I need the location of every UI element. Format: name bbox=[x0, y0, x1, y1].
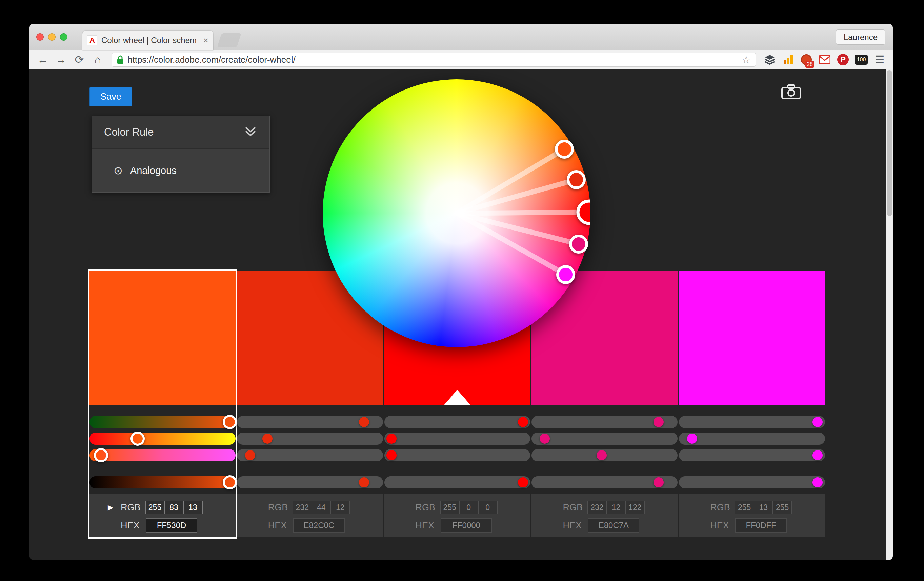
camera-button[interactable] bbox=[779, 83, 803, 101]
rgb-b-value[interactable]: 255 bbox=[772, 501, 792, 514]
forward-icon[interactable]: → bbox=[53, 52, 69, 68]
tab-close-icon[interactable]: × bbox=[203, 35, 208, 46]
green-slider-track[interactable] bbox=[531, 432, 678, 445]
hex-value[interactable]: E80C7A bbox=[588, 518, 639, 533]
rgb-g-value[interactable]: 0 bbox=[459, 501, 478, 514]
brightness-slider-handle[interactable] bbox=[223, 475, 237, 490]
green-slider-handle[interactable] bbox=[687, 434, 697, 444]
page-scrollbar[interactable] bbox=[886, 69, 893, 560]
blue-slider-handle[interactable] bbox=[94, 448, 108, 462]
red-slider-handle[interactable] bbox=[359, 417, 369, 427]
green-slider-track[interactable] bbox=[384, 432, 530, 445]
blue-slider-track[interactable] bbox=[384, 449, 530, 461]
brightness-slider-track[interactable] bbox=[237, 476, 383, 489]
red-slider-track[interactable] bbox=[89, 416, 236, 428]
blue-slider-handle[interactable] bbox=[597, 450, 607, 461]
hex-value[interactable]: FF0000 bbox=[441, 518, 492, 533]
address-bar[interactable]: https://color.adobe.com/create/color-whe… bbox=[112, 53, 756, 67]
save-button[interactable]: Save bbox=[89, 87, 132, 106]
green-slider-handle[interactable] bbox=[540, 434, 550, 444]
color-rule-item-analogous[interactable]: ⊙ Analogous bbox=[92, 149, 269, 192]
scrollbar-thumb[interactable] bbox=[887, 70, 892, 216]
menu-icon[interactable]: ☰ bbox=[872, 52, 888, 68]
traffic-lights bbox=[36, 33, 68, 41]
hex-label: HEX bbox=[120, 520, 146, 531]
red-slider-handle[interactable] bbox=[812, 417, 823, 427]
color-swatch-1[interactable] bbox=[89, 271, 236, 405]
rgb-b-value[interactable]: 12 bbox=[330, 501, 350, 514]
brightness-slider-handle[interactable] bbox=[359, 477, 369, 487]
red-slider-handle[interactable] bbox=[518, 417, 528, 427]
hex-value[interactable]: FF0DFF bbox=[735, 518, 787, 533]
rgb-b-value[interactable]: 122 bbox=[625, 501, 645, 514]
green-slider-track[interactable] bbox=[89, 432, 236, 445]
gmail-extension-icon[interactable] bbox=[817, 52, 832, 68]
rgb-r-value[interactable]: 255 bbox=[734, 501, 754, 514]
green-slider-handle[interactable] bbox=[262, 434, 272, 444]
profile-chip[interactable]: Laurence bbox=[836, 30, 885, 45]
green-slider-track[interactable] bbox=[679, 432, 825, 445]
blue-slider-handle[interactable] bbox=[245, 450, 255, 461]
brightness-slider-track[interactable] bbox=[679, 476, 825, 489]
bookmark-star-icon[interactable]: ☆ bbox=[742, 54, 751, 66]
blue-slider-track[interactable] bbox=[679, 449, 825, 461]
green-slider-track[interactable] bbox=[237, 432, 383, 445]
rgb-g-value[interactable]: 12 bbox=[606, 501, 626, 514]
brightness-slider-track[interactable] bbox=[531, 476, 678, 489]
disclosure-icon[interactable]: ▶ bbox=[108, 503, 113, 512]
analytics-extension-icon[interactable] bbox=[780, 52, 796, 68]
zoom-window-button[interactable] bbox=[60, 33, 68, 41]
rgb-r-value[interactable]: 255 bbox=[145, 501, 165, 514]
wheel-handle-1[interactable] bbox=[556, 141, 573, 157]
hex-value[interactable]: FF530D bbox=[146, 518, 197, 533]
wheel-handle-5[interactable] bbox=[558, 266, 574, 283]
color-rule-dropdown[interactable]: Color Rule bbox=[92, 116, 269, 149]
buffer-extension-icon[interactable] bbox=[762, 52, 777, 68]
page-content: Save Color Rule ⊙ Analogous bbox=[30, 69, 893, 560]
blue-slider-track[interactable] bbox=[89, 449, 236, 461]
blue-slider-track[interactable] bbox=[531, 449, 678, 461]
blue-slider-track[interactable] bbox=[237, 449, 383, 461]
rgb-b-value[interactable]: 0 bbox=[478, 501, 498, 514]
rgb-r-value[interactable]: 232 bbox=[587, 501, 607, 514]
reload-icon[interactable]: ⟳ bbox=[71, 52, 87, 68]
back-icon[interactable]: ← bbox=[35, 52, 51, 68]
red-slider-track[interactable] bbox=[679, 416, 825, 428]
rgb-g-value[interactable]: 44 bbox=[312, 501, 331, 514]
blue-slider-handle[interactable] bbox=[812, 450, 823, 461]
wheel-handle-2[interactable] bbox=[568, 172, 584, 188]
rgb-b-value[interactable]: 13 bbox=[183, 501, 203, 514]
brightness-slider-handle[interactable] bbox=[518, 477, 528, 487]
red-slider-handle[interactable] bbox=[653, 417, 664, 427]
tab-manager-extension-icon[interactable]: 28 bbox=[799, 52, 814, 68]
red-slider-track[interactable] bbox=[384, 416, 530, 428]
pinterest-icon: P bbox=[837, 54, 849, 65]
blue-slider-handle[interactable] bbox=[386, 450, 397, 461]
green-slider-handle[interactable] bbox=[386, 434, 397, 444]
rgb-g-value[interactable]: 83 bbox=[164, 501, 184, 514]
red-slider-track[interactable] bbox=[237, 416, 383, 428]
brightness-slider-handle[interactable] bbox=[653, 477, 664, 487]
home-icon[interactable]: ⌂ bbox=[90, 52, 106, 68]
red-slider-handle[interactable] bbox=[223, 415, 237, 429]
browser-tab[interactable]: A Color wheel | Color schem × bbox=[82, 30, 213, 50]
brightness-slider-handle[interactable] bbox=[812, 477, 823, 487]
wheel-handle-4[interactable] bbox=[571, 236, 587, 252]
hundred-extension-icon[interactable]: 100 bbox=[853, 52, 869, 68]
rgb-g-value[interactable]: 13 bbox=[754, 501, 773, 514]
color-swatch-5[interactable] bbox=[679, 271, 825, 405]
rgb-r-value[interactable]: 232 bbox=[292, 501, 312, 514]
minimize-window-button[interactable] bbox=[48, 33, 56, 41]
slider-group-4 bbox=[531, 416, 678, 489]
red-slider-track[interactable] bbox=[531, 416, 678, 428]
wheel-handle-base[interactable] bbox=[578, 201, 591, 223]
rgb-r-value[interactable]: 255 bbox=[440, 501, 460, 514]
hex-value[interactable]: E82C0C bbox=[293, 518, 345, 533]
new-tab-button[interactable] bbox=[217, 33, 241, 48]
brightness-slider-track[interactable] bbox=[89, 476, 236, 489]
browser-window: A Color wheel | Color schem × Laurence ←… bbox=[30, 24, 893, 560]
close-window-button[interactable] bbox=[36, 33, 44, 41]
green-slider-handle[interactable] bbox=[130, 431, 145, 446]
pinterest-extension-icon[interactable]: P bbox=[835, 52, 851, 68]
brightness-slider-track[interactable] bbox=[384, 476, 530, 489]
